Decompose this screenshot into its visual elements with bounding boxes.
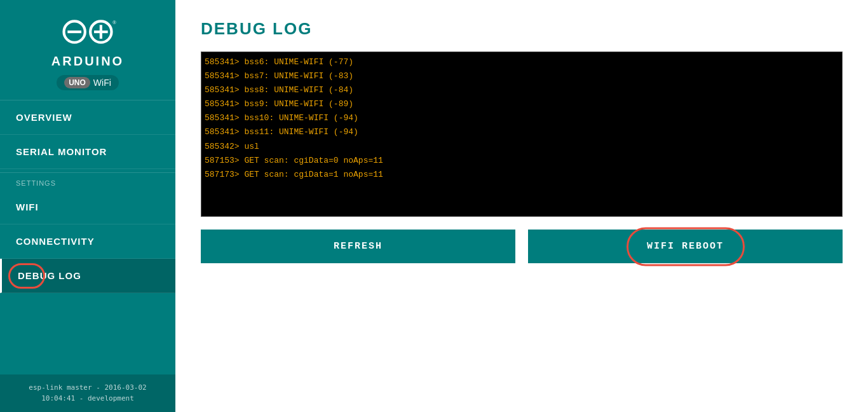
sidebar-item-connectivity[interactable]: CONNECTIVITY — [0, 224, 175, 259]
sidebar-item-wifi[interactable]: WIFI — [0, 190, 175, 224]
wifi-label: WiFi — [93, 78, 111, 88]
log-line: 585341> bss11: UNIME-WIFI (-94) — [205, 125, 839, 139]
log-line: 585342> usl — [205, 140, 839, 154]
logo-area: ® ARDUINO UNO WiFi — [0, 0, 175, 100]
sidebar-item-debug-log[interactable]: DEBUG LOG — [0, 259, 175, 293]
main-content: DEBUG LOG 585341> bss6: UNIME-WIFI (-77)… — [175, 0, 868, 412]
uno-label: UNO — [64, 77, 90, 88]
log-line: 587153> GET scan: cgiData=0 noAps=11 — [205, 154, 839, 168]
sidebar-item-serial-monitor[interactable]: SERIAL MONITOR — [0, 135, 175, 169]
svg-text:®: ® — [112, 19, 116, 25]
arduino-wordmark: ARDUINO — [51, 54, 124, 69]
sidebar-item-overview[interactable]: OVERVIEW — [0, 100, 175, 135]
settings-section-label: SETTINGS — [0, 172, 175, 190]
arduino-logo: ® — [56, 13, 119, 51]
log-line: 585341> bss6: UNIME-WIFI (-77) — [205, 55, 839, 69]
debug-log-container[interactable]: 585341> bss6: UNIME-WIFI (-77)585341> bs… — [201, 52, 843, 217]
footer-line2: 10:04:41 - development — [10, 393, 166, 404]
board-badge: UNO WiFi — [57, 75, 119, 90]
log-line: 585341> bss8: UNIME-WIFI (-84) — [205, 83, 839, 97]
nav-section: OVERVIEW SERIAL MONITOR SETTINGS WIFI CO… — [0, 100, 175, 374]
sidebar: ® ARDUINO UNO WiFi OVERVIEW SERIAL MONIT… — [0, 0, 175, 412]
refresh-button[interactable]: REFRESH — [201, 230, 515, 263]
log-line: 585341> bss9: UNIME-WIFI (-89) — [205, 97, 839, 111]
footer-info: esp-link master - 2016-03-02 10:04:41 - … — [0, 374, 175, 412]
footer-line1: esp-link master - 2016-03-02 — [10, 382, 166, 394]
page-title: DEBUG LOG — [201, 19, 843, 39]
log-line: 587173> GET scan: cgiData=1 noAps=11 — [205, 168, 839, 182]
log-line: 585341> bss7: UNIME-WIFI (-83) — [205, 69, 839, 83]
log-content: 585341> bss6: UNIME-WIFI (-77)585341> bs… — [201, 52, 842, 185]
log-line: 585341> bss10: UNIME-WIFI (-94) — [205, 111, 839, 125]
buttons-row: REFRESH WIFI REBOOT — [201, 230, 843, 263]
wifi-reboot-button[interactable]: WIFI REBOOT — [528, 230, 843, 263]
